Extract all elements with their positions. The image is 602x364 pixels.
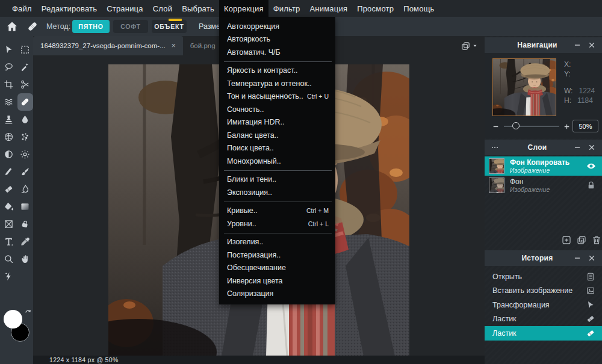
history-step-2[interactable]: Вставить изображение — [485, 284, 602, 298]
mode-button-ПЯТНО[interactable]: ПЯТНО — [72, 20, 110, 33]
menu-item-Температура и оттенок[interactable]: Температура и оттенок.. — [219, 77, 335, 90]
liquify-tool[interactable] — [1, 93, 17, 111]
menu-item-Автоматич. Ч/Б[interactable]: Автоматич. Ч/Б — [219, 46, 335, 59]
history-step-4[interactable]: Ластик — [485, 312, 602, 327]
menu-item-Инверсия цвета[interactable]: Инверсия цвета — [219, 274, 335, 288]
history-list: ОткрытьВставить изображениеТрансформация… — [485, 270, 602, 341]
minimize-icon[interactable] — [573, 143, 582, 152]
fill-tool[interactable] — [1, 198, 17, 215]
status-bar: 1224 x 1184 px @ 50% — [33, 356, 485, 364]
menu-item-Коррекция[interactable]: Коррекция — [219, 0, 268, 17]
healing-tool[interactable] — [17, 93, 33, 111]
navigator-thumbnail[interactable] — [492, 58, 556, 116]
zoom-in-icon[interactable] — [563, 122, 571, 130]
menu-item-Просмотр[interactable]: Просмотр — [352, 0, 399, 17]
foreground-color-swatch[interactable] — [4, 310, 22, 329]
dispersion-tool[interactable] — [17, 128, 33, 146]
close-icon[interactable] — [588, 41, 596, 49]
marquee-tool[interactable] — [17, 41, 33, 58]
zoom-slider-handle[interactable] — [512, 122, 520, 129]
mode-button-СОФТ[interactable]: СОФТ — [113, 20, 148, 33]
home-icon[interactable] — [6, 20, 18, 32]
text-tool[interactable] — [1, 233, 17, 250]
menu-item-Поиск цвета[interactable]: Поиск цвета.. — [219, 142, 335, 155]
menu-item-Фильтр[interactable]: Фильтр — [268, 0, 305, 17]
minimize-icon[interactable] — [573, 41, 582, 49]
move-tool[interactable] — [1, 41, 17, 58]
drop-blur-tool[interactable] — [17, 111, 33, 128]
document-tab-1[interactable]: 1648932379_27-vsegda-pomnim-com-...× — [33, 36, 183, 55]
layer-row-Фон Копировать[interactable]: Фон КопироватьИзображение — [485, 156, 602, 176]
menu-item-Файл[interactable]: Файл — [7, 0, 37, 17]
panel-menu-icon[interactable] — [489, 143, 501, 152]
document-tab-2[interactable]: бой.png — [183, 36, 223, 55]
history-step-1[interactable]: Открыть — [485, 270, 602, 284]
eyedropper-tool[interactable] — [17, 233, 33, 250]
layer-row-Фон[interactable]: ФонИзображение — [485, 176, 602, 195]
menu-item-Редактировать[interactable]: Редактировать — [37, 0, 102, 17]
menu-item-Блики и тени[interactable]: Блики и тени.. — [219, 173, 335, 187]
menu-item-Изогелия[interactable]: Изогелия.. — [219, 236, 335, 249]
menu-item-label: Экспозиция.. — [227, 188, 272, 197]
delete-layer-icon[interactable] — [591, 235, 602, 245]
mode-button-ОБЪЕКТ[interactable]: ОБЪЕКТ — [152, 20, 187, 33]
pen-tool[interactable] — [1, 163, 17, 180]
eye-icon[interactable] — [586, 161, 596, 171]
menu-item-Анимация[interactable]: Анимация — [305, 0, 353, 17]
window-layout-button[interactable] — [461, 40, 479, 51]
menu-item-Автокоррекция[interactable]: Автокоррекция — [219, 20, 335, 33]
layer-thumbnail — [489, 177, 504, 193]
zoom-out-icon[interactable] — [492, 122, 500, 130]
minimize-icon[interactable] — [573, 254, 582, 262]
hand-tool[interactable] — [17, 250, 33, 268]
magic-wand-tool[interactable] — [17, 58, 33, 76]
menu-item-label: Соляризация — [227, 289, 273, 298]
menu-item-Имитация HDR[interactable]: Имитация HDR.. — [219, 116, 335, 129]
brush-tool[interactable] — [17, 163, 33, 180]
duplicate-layer-icon[interactable] — [576, 235, 587, 245]
menu-item-Баланс цвета[interactable]: Баланс цвета.. — [219, 129, 335, 142]
menu-item-Сочность[interactable]: Сочность.. — [219, 103, 335, 116]
menu-item-Экспозиция[interactable]: Экспозиция.. — [219, 186, 335, 199]
smudge-tool[interactable] — [17, 180, 33, 198]
cutout-tool[interactable] — [17, 76, 33, 93]
layer-type: Изображение — [510, 186, 586, 193]
clone-stamp-tool[interactable] — [1, 111, 17, 128]
gradient-tool[interactable] — [17, 198, 33, 215]
crop-tool[interactable] — [1, 76, 17, 93]
tab-close-icon[interactable]: × — [172, 42, 176, 50]
eraser-tool[interactable] — [1, 180, 17, 198]
dodge-burn-tool[interactable] — [1, 146, 17, 163]
frame-tool[interactable] — [1, 215, 17, 233]
close-icon[interactable] — [588, 143, 596, 152]
eraser-icon — [586, 329, 595, 338]
lasso-tool[interactable] — [1, 58, 17, 76]
navigator-panel-header: Навигации — [485, 37, 602, 53]
menu-item-Кривые[interactable]: Кривые..Ctrl + M — [219, 205, 335, 218]
swap-colors-icon[interactable] — [24, 309, 32, 316]
menu-item-Выбрать[interactable]: Выбрать — [177, 0, 219, 17]
lock-icon[interactable] — [586, 180, 596, 190]
globe-grid-tool[interactable] — [1, 128, 17, 146]
menu-item-Яркость и контраст[interactable]: Яркость и контраст.. — [219, 64, 335, 78]
menu-item-Монохромный[interactable]: Монохромный.. — [219, 155, 335, 168]
menu-item-Автояркость[interactable]: Автояркость — [219, 33, 335, 46]
menu-item-Обесцвечивание[interactable]: Обесцвечивание — [219, 262, 335, 275]
zoom-slider[interactable] — [504, 126, 559, 127]
menu-item-Помощь[interactable]: Помощь — [399, 0, 439, 17]
menu-item-Слой[interactable]: Слой — [148, 0, 177, 17]
close-icon[interactable] — [588, 254, 596, 262]
gear-tool[interactable] — [17, 146, 33, 163]
zoom-tool[interactable] — [1, 250, 17, 268]
menu-item-Уровни[interactable]: Уровни..Ctrl + L — [219, 217, 335, 230]
history-step-5[interactable]: Ластик — [485, 326, 602, 341]
menu-item-Тон и насыщенность[interactable]: Тон и насыщенность..Ctrl + U — [219, 90, 335, 103]
autofix-tool[interactable] — [1, 268, 17, 285]
menu-item-Страница[interactable]: Страница — [102, 0, 148, 17]
history-step-3[interactable]: Трансформация — [485, 298, 602, 312]
shape-lock-tool[interactable] — [17, 215, 33, 233]
add-layer-icon[interactable] — [561, 235, 572, 245]
menu-item-Соляризация[interactable]: Соляризация — [219, 288, 335, 301]
menu-item-Постеризация[interactable]: Постеризация.. — [219, 248, 335, 262]
zoom-value-field[interactable]: 50% — [573, 120, 598, 132]
